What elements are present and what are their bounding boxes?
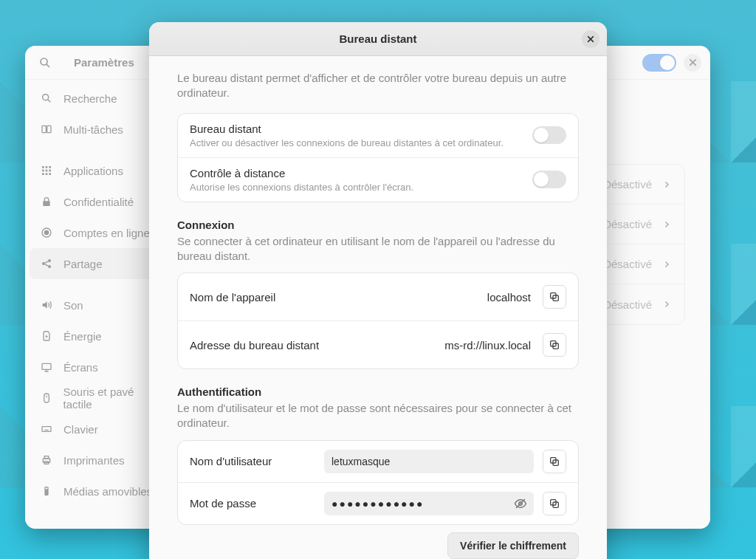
device-name-value: localhost [487,291,531,303]
password-row: Mot de passe ●●●●●●●●●●●● [178,483,578,524]
remote-control-toggle[interactable] [532,171,566,188]
dialog-body: Le bureau distant permet d'afficher et d… [149,56,607,559]
auth-desc: Le nom d'utilisateur et le mot de passe … [177,401,579,431]
connexion-desc: Se connecter à cet ordinateur en utilisa… [177,234,579,264]
dialog-headerbar: Bureau distant [149,22,607,56]
toggle-title: Bureau distant [190,123,532,135]
username-value: letuxmasque [331,456,390,467]
auth-heading: Authentification [177,385,579,398]
auth-card: Nom d'utilisateur letuxmasque Mot de pas… [177,440,579,525]
remote-address-row: Adresse du bureau distant ms-rd://linux.… [178,321,578,368]
password-value: ●●●●●●●●●●●● [331,498,424,510]
password-field[interactable]: ●●●●●●●●●●●● [324,492,534,515]
username-field[interactable]: letuxmasque [324,450,534,473]
device-name-label: Nom de l'appareil [190,291,487,303]
verify-row: Vérifier le chiffrement [177,532,579,559]
toggle-row-remote-control: Contrôle à distance Autorise les connexi… [178,158,578,202]
copy-address-button[interactable] [543,333,566,357]
copy-username-button[interactable] [543,450,566,473]
username-label: Nom d'utilisateur [190,455,315,467]
toggle-password-visibility-button[interactable] [512,495,529,512]
copy-password-button[interactable] [543,492,566,515]
toggle-title: Contrôle à distance [190,167,532,179]
password-label: Mot de passe [190,497,315,510]
toggle-desc: Autorise les connexions distantes à cont… [190,182,532,193]
close-dialog-button[interactable] [582,30,599,48]
copy-device-button[interactable] [543,285,566,309]
toggle-row-remote-desktop: Bureau distant Activer ou désactiver les… [178,114,578,158]
connexion-card: Nom de l'appareil localhost Adresse du b… [177,272,579,369]
remote-address-value: ms-rd://linux.local [444,339,531,351]
username-row: Nom d'utilisateur letuxmasque [178,441,578,483]
connexion-heading: Connexion [177,219,579,231]
remote-desktop-toggle[interactable] [532,126,566,144]
device-name-row: Nom de l'appareil localhost [178,273,578,321]
intro-text: Le bureau distant permet d'afficher et d… [177,71,579,101]
verify-encryption-button[interactable]: Vérifier le chiffrement [447,532,579,559]
remote-desktop-dialog: Bureau distant Le bureau distant permet … [149,22,607,559]
remote-address-label: Adresse du bureau distant [190,339,444,351]
toggles-card: Bureau distant Activer ou désactiver les… [177,113,579,202]
toggle-desc: Activer ou désactiver les connexions de … [190,137,532,148]
dialog-title: Bureau distant [339,32,416,45]
